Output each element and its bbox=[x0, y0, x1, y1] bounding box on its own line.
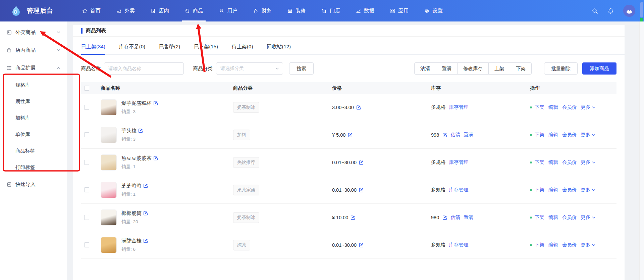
batch-delete-button[interactable]: 批量删除 bbox=[544, 62, 578, 75]
status-tab[interactable]: 已下架(15) bbox=[194, 44, 218, 54]
bell-icon[interactable] bbox=[607, 8, 614, 14]
edit-stock-icon[interactable] bbox=[442, 133, 447, 137]
sidebar-item[interactable]: 外卖商品 bbox=[0, 24, 67, 41]
row-checkbox[interactable] bbox=[84, 215, 89, 220]
stock-link[interactable]: 库存管理 bbox=[449, 104, 469, 110]
edit-price-icon[interactable] bbox=[348, 133, 353, 137]
add-product-button[interactable]: 添加商品 bbox=[582, 62, 616, 75]
stock-link[interactable]: 置满 bbox=[464, 214, 473, 221]
edit-price-icon[interactable] bbox=[359, 160, 364, 165]
sidebar-item[interactable]: 店内商品 bbox=[0, 41, 67, 59]
edit-name-icon[interactable] bbox=[138, 128, 143, 133]
bulk-action-button[interactable]: 沽清 bbox=[414, 62, 436, 75]
search-button[interactable]: 搜索 bbox=[289, 62, 314, 75]
row-action-link[interactable]: 会员价 bbox=[562, 214, 577, 221]
bulk-action-button[interactable]: 修改库存 bbox=[457, 62, 489, 75]
row-action-link[interactable]: 编辑 bbox=[548, 187, 558, 193]
nav-item-home[interactable]: 首页 bbox=[74, 0, 108, 21]
row-action-link[interactable]: 更多 bbox=[581, 132, 596, 138]
row-action-link[interactable]: 编辑 bbox=[548, 104, 558, 110]
search-icon[interactable] bbox=[592, 8, 598, 14]
scrollbar-thumb[interactable] bbox=[640, 2, 643, 17]
edit-name-icon[interactable] bbox=[153, 101, 158, 105]
nav-item-decorate[interactable]: 装修 bbox=[279, 0, 314, 21]
edit-name-icon[interactable] bbox=[153, 156, 158, 160]
sidebar-item[interactable]: 商品扩展 bbox=[0, 59, 67, 77]
category-select[interactable]: 请选择分类 bbox=[216, 62, 283, 75]
row-action-link[interactable]: 会员价 bbox=[562, 242, 577, 248]
nav-item-goods[interactable]: 商品 bbox=[177, 0, 211, 21]
row-checkbox[interactable] bbox=[84, 105, 89, 110]
avatar[interactable] bbox=[623, 5, 635, 17]
nav-item-takeout[interactable]: 外卖 bbox=[108, 0, 143, 21]
edit-name-icon[interactable] bbox=[143, 183, 148, 188]
row-action-link[interactable]: 更多 bbox=[581, 242, 596, 248]
row-action-link[interactable]: 下架 bbox=[535, 214, 544, 221]
table-row: 椰椰脆筒 销量: 20 奶茶制冰 ¥ 10.00 980估清置满 下架编辑会员价… bbox=[81, 204, 616, 231]
stock-link[interactable]: 置满 bbox=[464, 132, 473, 138]
edit-price-icon[interactable] bbox=[351, 215, 355, 220]
edit-price-icon[interactable] bbox=[356, 105, 361, 110]
status-tab[interactable]: 已售罄(2) bbox=[159, 44, 180, 54]
status-tab[interactable]: 待上架(0) bbox=[232, 44, 253, 54]
nav-item-instore[interactable]: 店内 bbox=[143, 0, 177, 21]
sidebar-subitem[interactable]: 打印标签 bbox=[0, 159, 67, 176]
row-action-link[interactable]: 编辑 bbox=[548, 132, 558, 138]
row-action-link[interactable]: 会员价 bbox=[562, 104, 577, 110]
stock-link[interactable]: 库存管理 bbox=[449, 242, 469, 248]
status-tab[interactable]: 库存不足(0) bbox=[119, 44, 145, 54]
row-action-link[interactable]: 更多 bbox=[581, 214, 596, 221]
row-action-link[interactable]: 会员价 bbox=[562, 159, 577, 166]
bulk-action-button[interactable]: 置满 bbox=[436, 62, 458, 75]
status-tab[interactable]: 回收站(12) bbox=[267, 44, 291, 54]
nav-item-finance[interactable]: 财务 bbox=[245, 0, 279, 21]
row-action-link[interactable]: 更多 bbox=[581, 104, 596, 110]
sidebar-subitem[interactable]: 规格库 bbox=[0, 77, 67, 93]
edit-name-icon[interactable] bbox=[143, 238, 148, 243]
row-action-link[interactable]: 编辑 bbox=[548, 242, 558, 248]
sidebar-subitem[interactable]: 加料库 bbox=[0, 110, 67, 126]
stock-link[interactable]: 估清 bbox=[450, 214, 460, 221]
row-action-link[interactable]: 下架 bbox=[535, 159, 544, 166]
stock-link[interactable]: 库存管理 bbox=[449, 159, 469, 166]
sidebar-subitem[interactable]: 属性库 bbox=[0, 93, 67, 110]
sidebar-item[interactable]: 快速导入 bbox=[0, 176, 67, 193]
stock-cell: 多规格库存管理 bbox=[431, 159, 530, 166]
bulk-action-button[interactable]: 上架 bbox=[488, 62, 510, 75]
row-checkbox[interactable] bbox=[84, 132, 89, 137]
status-tab[interactable]: 已上架(34) bbox=[81, 44, 105, 54]
edit-price-icon[interactable] bbox=[359, 188, 364, 192]
row-action-link[interactable]: 编辑 bbox=[548, 159, 558, 166]
row-action-link[interactable]: 更多 bbox=[581, 187, 596, 193]
stock-link[interactable]: 估清 bbox=[450, 132, 460, 138]
bulk-action-button[interactable]: 下架 bbox=[510, 62, 532, 75]
edit-price-icon[interactable] bbox=[359, 243, 364, 247]
sidebar-subitem[interactable]: 商品标签 bbox=[0, 143, 67, 159]
row-checkbox[interactable] bbox=[84, 242, 89, 247]
product-name-input[interactable] bbox=[104, 62, 184, 75]
edit-stock-icon[interactable] bbox=[442, 215, 447, 220]
chevron-down-icon bbox=[592, 133, 596, 137]
table-row: 爆芋泥雪糕杯 销量: 3 奶茶制冰 3.00~3.00 多规格库存管理 下架编辑… bbox=[81, 94, 616, 121]
row-action-link[interactable]: 下架 bbox=[535, 132, 544, 138]
nav-item-data[interactable]: 数据 bbox=[348, 0, 382, 21]
row-action-link[interactable]: 会员价 bbox=[562, 187, 577, 193]
row-action-link[interactable]: 下架 bbox=[535, 242, 544, 248]
row-action-link[interactable]: 下架 bbox=[535, 104, 544, 110]
row-action-link[interactable]: 编辑 bbox=[548, 214, 558, 221]
nav-item-settings[interactable]: 设置 bbox=[416, 0, 450, 21]
row-checkbox[interactable] bbox=[84, 187, 89, 192]
row-action-link[interactable]: 会员价 bbox=[562, 132, 577, 138]
table-row: 芝芝莓莓 销量: 1 果茶家族 0.01~30.00 多规格库存管理 下架编辑会… bbox=[81, 176, 616, 204]
nav-item-users[interactable]: 用户 bbox=[211, 0, 245, 21]
nav-item-stores[interactable]: 门店 bbox=[314, 0, 348, 21]
row-action-link[interactable]: 更多 bbox=[581, 159, 596, 166]
nav-item-apps[interactable]: 应用 bbox=[382, 0, 416, 21]
row-checkbox[interactable] bbox=[84, 160, 89, 165]
sidebar-subitem[interactable]: 单位库 bbox=[0, 126, 67, 143]
edit-name-icon[interactable] bbox=[143, 211, 148, 216]
row-action-link[interactable]: 下架 bbox=[535, 187, 544, 193]
scrollbar-track[interactable] bbox=[639, 21, 644, 280]
select-all-checkbox[interactable] bbox=[84, 86, 89, 91]
stock-link[interactable]: 库存管理 bbox=[449, 187, 469, 193]
